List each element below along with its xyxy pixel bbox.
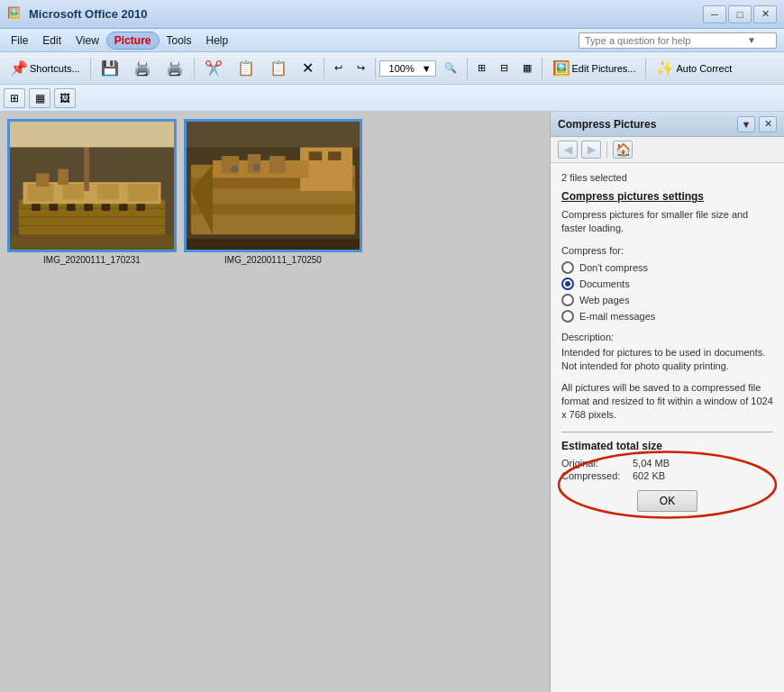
svg-rect-20 (10, 122, 174, 147)
ok-button[interactable]: OK (637, 490, 697, 512)
svg-rect-13 (67, 204, 76, 211)
main-area: IMG_20200111_170231 (0, 112, 784, 692)
thumbnail2-btn[interactable]: ⊟ (494, 59, 515, 77)
panel-collapse-button[interactable]: ▼ (737, 116, 755, 132)
toolbar-separator-5 (467, 58, 468, 79)
copy-button[interactable]: 📋 (231, 56, 261, 80)
edit-pictures-button[interactable]: 🖼️ Edit Pictures... (546, 56, 643, 80)
shortcuts-button[interactable]: 📌 Shortcuts... (4, 56, 87, 80)
svg-point-36 (231, 166, 238, 173)
copy-icon: 📋 (237, 59, 255, 77)
list-item[interactable]: IMG_20200111_170250 (184, 119, 362, 265)
menu-tools[interactable]: Tools (160, 32, 199, 50)
radio-circle-1 (561, 261, 574, 274)
print2-button[interactable]: 🖨️ (160, 56, 190, 80)
svg-rect-19 (58, 169, 68, 185)
image-frame-2 (184, 119, 362, 252)
radio-label-3: Web pages (579, 295, 629, 305)
svg-rect-10 (128, 184, 159, 201)
ship-image-2 (187, 122, 360, 250)
app-icon: 🖼️ (7, 6, 23, 23)
menu-help[interactable]: Help (199, 32, 236, 50)
menu-edit[interactable]: Edit (35, 32, 68, 50)
auto-correct-icon: ✨ (656, 59, 674, 77)
print-button[interactable]: 🖨️ (127, 56, 158, 80)
main-toolbar: 📌 Shortcuts... 💾 🖨️ 🖨️ ✂️ 📋 📋 ✕ ↩ ↪ 100%… (0, 52, 784, 85)
delete-button[interactable]: ✕ (296, 56, 320, 80)
size-info-container: Original: 5,04 MB Compressed: 602 KB OK (561, 458, 773, 512)
nav-back-button[interactable]: ◀ (558, 141, 578, 159)
window-controls: ─ □ ✕ (703, 5, 777, 23)
menu-picture[interactable]: Picture (106, 32, 160, 50)
svg-rect-34 (248, 154, 261, 173)
menu-file[interactable]: File (4, 32, 35, 50)
size-table: Original: 5,04 MB Compressed: 602 KB (561, 458, 773, 481)
toolbar-separator-7 (645, 58, 646, 79)
svg-rect-35 (269, 156, 285, 173)
svg-rect-17 (136, 204, 145, 211)
compress-for-label: Compress for: (561, 245, 773, 256)
radio-circle-2 (561, 278, 574, 290)
zoom-control[interactable]: 100% ▼ (379, 60, 436, 77)
description-label: Description: (561, 332, 773, 342)
save-button[interactable]: 💾 (95, 56, 125, 80)
thumbnail-btn[interactable]: ⊞ (471, 59, 492, 77)
nav-forward-button[interactable]: ▶ (581, 141, 601, 159)
toolbar-separator-2 (194, 58, 195, 79)
cut-button[interactable]: ✂️ (198, 56, 229, 80)
svg-rect-18 (36, 173, 50, 187)
help-search-input[interactable] (585, 35, 747, 46)
thumbnail3-btn[interactable]: ▦ (516, 59, 538, 77)
redo-icon: ↪ (357, 62, 365, 74)
delete-icon: ✕ (302, 59, 314, 77)
svg-rect-11 (32, 204, 41, 211)
menu-view[interactable]: View (68, 32, 106, 50)
radio-circle-4 (561, 310, 574, 323)
svg-rect-15 (102, 204, 111, 211)
list-view-icon: ▦ (35, 92, 45, 105)
image-panel: IMG_20200111_170231 (0, 112, 550, 692)
panel-header-buttons: ▼ ✕ (737, 116, 777, 132)
svg-rect-38 (187, 122, 360, 147)
close-button[interactable]: ✕ (753, 5, 777, 23)
minimize-button[interactable]: ─ (703, 5, 726, 23)
radio-label-2: Documents (579, 278, 630, 289)
auto-correct-button[interactable]: ✨ Auto Correct (650, 56, 738, 80)
nav-separator (606, 141, 607, 158)
svg-rect-14 (84, 204, 93, 211)
original-size-row: Original: 5,04 MB (561, 458, 773, 469)
redo-button[interactable]: ↪ (351, 59, 371, 77)
zoom-value: 100% (384, 63, 420, 74)
undo-button[interactable]: ↩ (328, 59, 349, 77)
app-title: Microsoft Office 2010 (29, 7, 703, 21)
svg-point-37 (253, 164, 260, 171)
compressed-value: 602 KB (633, 470, 665, 481)
toolbar-separator-6 (542, 58, 542, 79)
compressed-label: Compressed: (561, 470, 629, 481)
list-item[interactable]: IMG_20200111_170231 (7, 119, 177, 265)
help-search-box[interactable]: ▼ (579, 32, 777, 49)
panel-header: Compress Pictures ▼ ✕ (551, 112, 784, 137)
radio-web-pages[interactable]: Web pages (561, 294, 773, 306)
image-frame-1 (7, 119, 177, 252)
zoom-dropdown-arrow[interactable]: ▼ (422, 63, 432, 74)
nav-home-button[interactable]: 🏠 (613, 141, 633, 159)
radio-documents[interactable]: Documents (561, 278, 773, 290)
maximize-button[interactable]: □ (728, 5, 752, 23)
svg-rect-8 (62, 184, 84, 199)
paste-icon: 📋 (269, 59, 287, 77)
cut-icon: ✂️ (205, 59, 223, 77)
ship-image-1 (10, 122, 174, 250)
radio-dont-compress[interactable]: Don't compress (561, 261, 773, 274)
single-view-btn[interactable]: 🖼 (54, 88, 76, 108)
radio-email[interactable]: E-mail messages (561, 310, 773, 323)
panel-close-button[interactable]: ✕ (759, 116, 777, 132)
original-label: Original: (561, 458, 629, 469)
help-dropdown-arrow[interactable]: ▼ (747, 35, 756, 45)
paste-button[interactable]: 📋 (263, 56, 294, 80)
list-view-btn[interactable]: ▦ (29, 88, 50, 108)
compress-settings-title: Compress pictures settings (561, 190, 773, 203)
save-icon: 💾 (101, 59, 119, 77)
grid-view-btn[interactable]: ⊞ (4, 88, 25, 108)
zoom-out-button[interactable]: 🔍 (438, 59, 463, 77)
